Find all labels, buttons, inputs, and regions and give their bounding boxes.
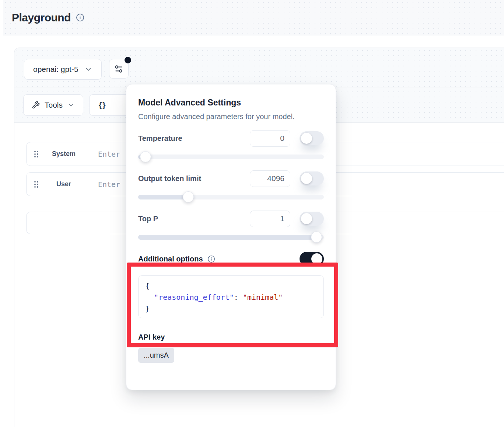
- model-advanced-settings-popover: Model Advanced Settings Configure advanc…: [126, 84, 336, 390]
- temperature-toggle[interactable]: [300, 131, 324, 145]
- sliders-settings-icon: [114, 64, 123, 74]
- output-token-limit-label: Output token limit: [138, 174, 250, 183]
- param-output-token-limit: Output token limit: [138, 170, 324, 199]
- slider-thumb[interactable]: [183, 191, 194, 202]
- model-row: openai: gpt-5: [14, 48, 504, 87]
- drag-handle-icon[interactable]: [33, 180, 40, 188]
- page-title: Playground: [12, 11, 71, 24]
- top-p-input[interactable]: [250, 211, 290, 227]
- info-icon[interactable]: [76, 13, 84, 22]
- additional-options-label: Additional options: [138, 255, 203, 263]
- page-header: Playground: [3, 0, 504, 35]
- temperature-slider[interactable]: [138, 155, 324, 159]
- api-key-label: API key: [138, 333, 324, 341]
- temperature-label: Temperature: [138, 134, 250, 143]
- slider-thumb[interactable]: [311, 232, 322, 243]
- additional-options-json-editor[interactable]: { "reasoning_effort": "minimal" }: [138, 275, 324, 318]
- model-select-button[interactable]: openai: gpt-5: [24, 59, 102, 80]
- message-placeholder: Enter: [98, 150, 120, 159]
- message-role-label: System: [40, 150, 88, 158]
- code-json-key: "reasoning_effort": [154, 293, 234, 302]
- slider-thumb[interactable]: [140, 151, 151, 162]
- message-placeholder: Enter: [98, 180, 120, 189]
- code-colon: :: [234, 293, 243, 302]
- top-p-toggle[interactable]: [300, 212, 324, 226]
- braces-label: {}: [99, 101, 106, 110]
- temperature-input[interactable]: [250, 130, 290, 147]
- api-key-value-pill[interactable]: ...umsA: [138, 348, 174, 363]
- output-token-limit-toggle[interactable]: [300, 171, 324, 185]
- code-close-brace: }: [145, 304, 150, 313]
- notification-dot: [125, 57, 131, 63]
- additional-options-row: Additional options: [138, 251, 324, 266]
- top-p-label: Top P: [138, 215, 250, 223]
- popover-title: Model Advanced Settings: [138, 98, 324, 108]
- tools-dropdown-button[interactable]: Tools: [23, 94, 83, 116]
- param-temperature: Temperature: [138, 130, 324, 159]
- wrench-icon: [32, 101, 40, 109]
- message-role-label: User: [40, 180, 88, 188]
- additional-options-toggle[interactable]: [300, 252, 324, 266]
- model-advanced-settings-button[interactable]: [109, 59, 129, 79]
- tools-label: Tools: [45, 101, 63, 110]
- output-token-limit-slider[interactable]: [138, 195, 324, 199]
- chevron-down-icon: [84, 65, 92, 73]
- drag-handle-icon[interactable]: [33, 150, 40, 158]
- param-top-p: Top P: [138, 210, 324, 240]
- model-select-label: openai: gpt-5: [33, 65, 78, 74]
- output-token-limit-input[interactable]: [250, 170, 290, 187]
- popover-subtitle: Configure advanced parameters for your m…: [138, 112, 324, 121]
- code-open-brace: {: [145, 281, 150, 290]
- chevron-down-icon: [67, 101, 75, 109]
- code-json-value: "minimal": [243, 293, 283, 302]
- top-p-slider[interactable]: [138, 235, 324, 240]
- info-icon[interactable]: [207, 255, 215, 263]
